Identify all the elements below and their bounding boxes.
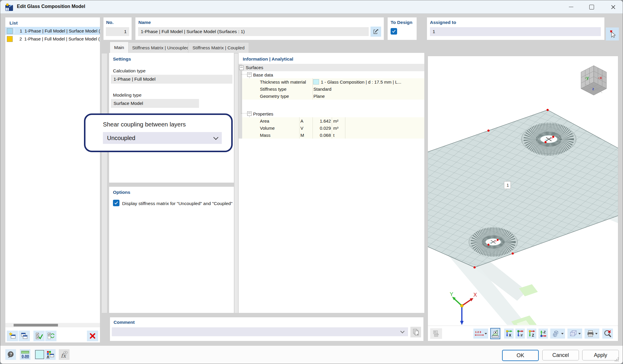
isometric-icon [552,330,560,337]
minimize-button[interactable] [564,0,578,14]
comment-combobox[interactable] [112,327,408,336]
row-symbol: V [300,124,303,131]
list-item-1[interactable]: 1 1-Phase | Full Model | Surface Model (… [5,27,100,35]
settings-scroll-strip[interactable] [234,53,238,313]
view-neg-z-button[interactable]: -Z [538,329,548,339]
delete-item-button[interactable] [87,331,98,341]
display-colors-icon: A [46,350,54,359]
tree-row-area[interactable]: Area A 1.642 m² [242,117,424,124]
information-panel: Information | Analytical Surfaces Base d… [239,53,424,313]
to-design-checkbox[interactable] [391,28,397,35]
help-button[interactable]: ? [5,349,16,360]
edit-pencil-icon [373,29,379,35]
options-title: Options [113,190,130,195]
cancel-zoom-button[interactable] [602,329,613,339]
view-neg-y-button[interactable]: -Y [515,329,525,339]
shear-coupling-callout: Shear coupling between layers Uncoupled [84,113,233,152]
isometric-view-button[interactable] [550,329,565,339]
surfaces-collapse-toggle[interactable] [239,66,244,70]
tree-row-mass[interactable]: Mass M 0.068 t [242,131,424,139]
list-hscrollbar-thumb[interactable] [14,324,58,326]
svg-text:fx: fx [61,352,67,359]
viewport-panel: 1 -y -x z Y X Z [428,56,618,341]
row-label: Volume [260,124,275,131]
cancel-button[interactable]: Cancel [542,350,579,360]
list-item-color-swatch [7,28,13,34]
tree-gutter [239,64,242,139]
properties-collapse-toggle[interactable] [247,111,252,116]
close-button[interactable] [606,0,620,14]
check-icon [392,30,396,33]
check-icon [114,201,118,205]
tree-row-stiffness-type[interactable]: Stiffness type Standard [242,85,424,92]
bounding-box-button[interactable] [567,329,582,339]
shear-coupling-dropdown[interactable]: Uncoupled [103,132,222,144]
list-item-number: 2 [14,36,22,41]
3d-scene[interactable]: 1 -y -x z Y X Z [428,56,618,325]
comment-panel: Comment [110,317,423,341]
numbering-icon: 1 2 3 [475,330,484,337]
new-item-button[interactable] [7,331,18,341]
close-icon [611,5,616,9]
display-properties-button[interactable] [490,328,500,339]
row-value: Standard [313,85,331,92]
print-button[interactable] [585,329,599,339]
tree-row-surfaces[interactable]: Surfaces [242,64,424,71]
panel-splitter[interactable] [102,53,107,313]
tree-row-thickness[interactable]: Thickness with material 1 - Glass Compos… [242,78,424,85]
list-item-number: 1 [14,28,22,33]
tree-row-properties[interactable]: Properties [242,110,424,117]
navigation-cube[interactable]: -y -x z [581,66,606,95]
apply-button[interactable]: Apply [582,350,619,360]
row-label: Area [260,117,269,124]
row-value: 0.029 [313,124,331,131]
assigned-to-input[interactable]: 1 [430,27,601,36]
color-swatch-button[interactable] [34,349,45,360]
no-label: No. [106,20,114,25]
axis-triad: Y X Z [450,291,477,325]
display-matrix-checkbox[interactable] [113,200,119,206]
row-label: Thickness with material [260,78,306,85]
tab-stiffness-coupled[interactable]: Stiffness Matrix | Coupled [188,42,249,53]
tab-stiffness-uncoupled[interactable]: Stiffness Matrix | Uncoupled [128,42,193,53]
view-z-button[interactable]: Z [527,329,536,339]
copy-item-button[interactable] [19,331,30,341]
comment-copy-button[interactable] [410,327,421,337]
assigned-to-card: Assigned to 1 [427,17,604,40]
invert-selection-icon [47,332,55,340]
support-upper [521,124,577,154]
tree-row-volume[interactable]: Volume V 0.029 m³ [242,124,424,131]
base-data-collapse-toggle[interactable] [247,72,252,77]
tree-row-base-data[interactable]: Base data [242,71,424,78]
rename-button[interactable] [370,27,381,37]
list-item-label: 1-Phase | Full Model | Surface Model (S [25,28,100,33]
list-hscrollbar-track[interactable] [5,323,100,327]
numbering-button[interactable]: 1 2 3 [473,329,488,339]
select-all-button[interactable] [33,331,45,341]
tab-main[interactable]: Main [110,42,129,53]
formula-button[interactable]: fx [59,349,69,360]
ok-button[interactable]: OK [502,350,539,361]
printer-icon [587,330,594,337]
row-label: Stiffness type [260,85,287,92]
invert-selection-button[interactable] [45,331,56,341]
new-item-icon [9,332,16,340]
view-x-button[interactable]: X [504,329,514,339]
name-input[interactable]: 1-Phase | Full Model | Surface Model (Su… [138,27,369,36]
copy-pages-icon [412,329,419,336]
to-design-card: To Design [388,17,417,40]
resize-grip[interactable] [618,360,619,361]
row-label: Mass [260,131,271,139]
decimal-places-icon: 0,00 [21,350,30,359]
tree-row-geometry-type[interactable]: Geometry type Plane [242,92,424,100]
decimal-places-button[interactable]: 0,00 [20,349,30,360]
base-data-label: Base data [253,71,273,78]
dropdown-arrow-icon [595,333,598,334]
row-unit: t [333,131,334,139]
maximize-button[interactable] [585,0,598,14]
save-view-button[interactable] [430,328,442,339]
list-item-2[interactable]: 2 1-Phase | Full Model | Surface Model (… [5,35,100,43]
app-icon [5,3,13,11]
display-colors-button[interactable]: A [45,349,56,360]
pick-objects-button[interactable] [606,27,619,40]
